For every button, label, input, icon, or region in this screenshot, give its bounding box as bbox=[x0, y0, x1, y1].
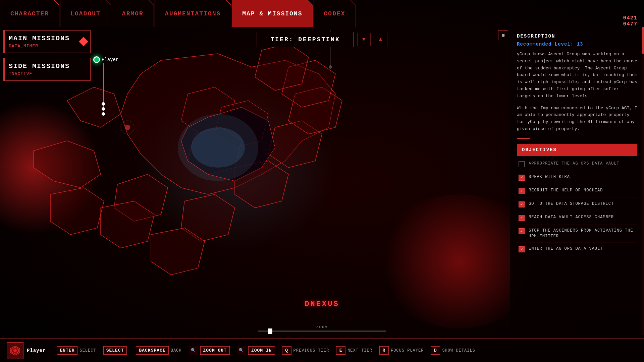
main-missions-label: MAIN MISSIONS bbox=[9, 35, 85, 42]
zoom-in-icon: 🔍 bbox=[237, 346, 246, 355]
player-info: Player bbox=[7, 342, 46, 359]
objective-item-1: ✓ SPEAK WITH KIRA bbox=[517, 171, 637, 184]
objective-item-2: ✓ RECRUIT THE HELP OF NOGHEAD bbox=[517, 184, 637, 198]
player-map-label: Player bbox=[102, 57, 118, 62]
keybind-backspace: BACKSPACE BACK bbox=[136, 346, 181, 355]
key-r-action: FOCUS PLAYER bbox=[391, 348, 424, 353]
right-panel: DESCRIPTION Recommended Level: 13 yCorp … bbox=[510, 27, 644, 335]
scrollbar-track bbox=[642, 27, 644, 335]
tab-character-label: CHARACTER bbox=[10, 10, 49, 17]
objective-checkbox-2: ✓ bbox=[519, 188, 525, 194]
objective-checkbox-3: ✓ bbox=[519, 201, 525, 207]
side-missions-label: SIDE MISSIONS bbox=[9, 62, 85, 70]
zoom-label: ZOOM bbox=[258, 325, 386, 329]
tier-up-button[interactable]: ▲ bbox=[374, 33, 387, 46]
svg-point-23 bbox=[125, 125, 130, 130]
tab-augmentations[interactable]: AUGMENTATIONS bbox=[155, 0, 231, 27]
objective-text-1: SPEAK WITH KIRA bbox=[529, 174, 570, 180]
objective-checkbox-0 bbox=[519, 161, 525, 167]
tab-codex-label: CODEX bbox=[324, 10, 345, 17]
objective-checkbox-1: ✓ bbox=[519, 175, 525, 181]
main-missions-section[interactable]: MAIN MISSIONS DATA_MINER bbox=[3, 30, 91, 53]
tab-map-missions-label: MAP & MISSIONS bbox=[242, 10, 302, 17]
key-e-action: NEXT TIER bbox=[347, 348, 372, 353]
main-missions-sub: DATA_MINER bbox=[9, 44, 85, 49]
tier-label: TIER: DEEPSTINK bbox=[257, 32, 354, 47]
location-label: DNEXUS bbox=[305, 300, 339, 308]
key-select[interactable]: SELECT bbox=[103, 346, 127, 355]
tab-codex[interactable]: CODEX bbox=[314, 0, 356, 27]
objective-item-6: ✓ ENTER THE AG OPS DATA VAULT bbox=[517, 243, 637, 256]
tab-character[interactable]: CHARACTER bbox=[0, 0, 59, 27]
key-zoom-out[interactable]: ZOOM OUT bbox=[200, 346, 230, 355]
tab-map-missions[interactable]: MAP & MISSIONS bbox=[232, 0, 313, 27]
keybind-q: Q PREVIOUS TIER bbox=[282, 346, 329, 355]
key-q-action: PREVIOUS TIER bbox=[293, 348, 329, 353]
mini-map-symbol: ⊞ bbox=[502, 33, 504, 38]
tab-augmentations-label: AUGMENTATIONS bbox=[165, 10, 221, 17]
objective-checkbox-5: ✓ bbox=[519, 228, 525, 234]
player-name-label: Player bbox=[27, 348, 46, 353]
player-icon bbox=[7, 342, 23, 359]
keybind-zoom-out: 🔍 ZOOM OUT bbox=[189, 346, 230, 355]
tier-down-button[interactable]: ▼ bbox=[357, 33, 371, 46]
objective-text-3: GO TO THE DATA STORAGE DISTRICT bbox=[529, 201, 614, 207]
tier-selector: TIER: DEEPSTINK ▼ ▲ bbox=[257, 32, 387, 47]
divider-line bbox=[517, 138, 530, 139]
left-panel: MAIN MISSIONS DATA_MINER SIDE MISSIONS I… bbox=[0, 27, 94, 89]
key-enter[interactable]: ENTER bbox=[57, 346, 77, 355]
key-zoom-in[interactable]: ZOOM IN bbox=[248, 346, 275, 355]
zoom-thumb[interactable] bbox=[268, 328, 272, 334]
objective-checkbox-6: ✓ bbox=[519, 246, 525, 252]
objective-text-6: ENTER THE AG OPS DATA VAULT bbox=[529, 246, 603, 252]
objective-item-4: ✓ REACH DATA VAULT ACCESS CHAMBER bbox=[517, 211, 637, 225]
key-backspace[interactable]: BACKSPACE bbox=[136, 346, 168, 355]
svg-marker-1 bbox=[67, 87, 121, 127]
keybind-select: SELECT bbox=[103, 346, 129, 355]
objective-text-5: STOP THE ASCENDERS FROM ACTIVATING THE H… bbox=[529, 228, 636, 239]
objective-item-0: APPROPRIATE THE AG OPS DATA VAULT bbox=[517, 158, 637, 171]
svg-point-21 bbox=[102, 107, 105, 111]
objective-checkbox-4: ✓ bbox=[519, 215, 525, 221]
player-dot bbox=[93, 56, 100, 63]
key-q[interactable]: Q bbox=[282, 346, 291, 355]
player-marker: Player bbox=[93, 56, 118, 62]
side-missions-section[interactable]: SIDE MISSIONS INACTIVE bbox=[3, 58, 91, 81]
currency-val-2: 0477 bbox=[623, 21, 637, 27]
key-e[interactable]: E bbox=[336, 346, 345, 355]
svg-point-27 bbox=[329, 65, 332, 69]
tab-loadout-label: LOADOUT bbox=[70, 10, 101, 17]
svg-point-22 bbox=[102, 112, 105, 116]
description-text-2: With the Imp now connected to the yCorp … bbox=[517, 105, 637, 133]
zoom-track[interactable] bbox=[258, 330, 386, 332]
scrollbar-thumb[interactable] bbox=[642, 27, 644, 54]
description-title: DESCRIPTION bbox=[517, 34, 637, 39]
currency-display: 0421 0477 bbox=[623, 15, 637, 27]
svg-marker-2 bbox=[34, 141, 101, 188]
objective-text-2: RECRUIT THE HELP OF NOGHEAD bbox=[529, 188, 603, 193]
objective-text-0: APPROPRIATE THE AG OPS DATA VAULT bbox=[529, 161, 620, 167]
keybind-d: D SHOW DETAILS bbox=[431, 346, 475, 355]
objective-text-4: REACH DATA VAULT ACCESS CHAMBER bbox=[529, 215, 614, 220]
keybind-e: E NEXT TIER bbox=[336, 346, 372, 355]
zoom-out-icon: 🔍 bbox=[189, 346, 198, 355]
objective-item-3: ✓ GO TO THE DATA STORAGE DISTRICT bbox=[517, 198, 637, 211]
mini-map-icon[interactable]: ⊞ bbox=[498, 30, 508, 40]
svg-point-18 bbox=[191, 127, 245, 168]
top-navigation: CHARACTER LOADOUT ARMOR AUGMENTATIONS MA… bbox=[0, 0, 644, 27]
currency-val-1: 0421 bbox=[623, 15, 637, 21]
bottom-bar: Player ENTER SELECT SELECT BACKSPACE BAC… bbox=[0, 339, 644, 362]
svg-point-30 bbox=[13, 349, 17, 352]
objective-item-5: ✓ STOP THE ASCENDERS FROM ACTIVATING THE… bbox=[517, 225, 637, 243]
keybind-enter: ENTER SELECT bbox=[57, 346, 96, 355]
side-missions-sub: INACTIVE bbox=[9, 71, 85, 76]
key-d[interactable]: D bbox=[431, 346, 440, 355]
tab-loadout[interactable]: LOADOUT bbox=[60, 0, 111, 27]
keybind-r: R FOCUS PLAYER bbox=[379, 346, 424, 355]
description-text-1: yCorp knows Ascent Group was working on … bbox=[517, 51, 637, 100]
tab-armor[interactable]: ARMOR bbox=[112, 0, 154, 27]
svg-marker-11 bbox=[50, 188, 104, 235]
objectives-header: OBJECTIVES bbox=[517, 144, 637, 156]
recommended-level: Recommended Level: 13 bbox=[517, 42, 637, 47]
key-r[interactable]: R bbox=[379, 346, 389, 355]
